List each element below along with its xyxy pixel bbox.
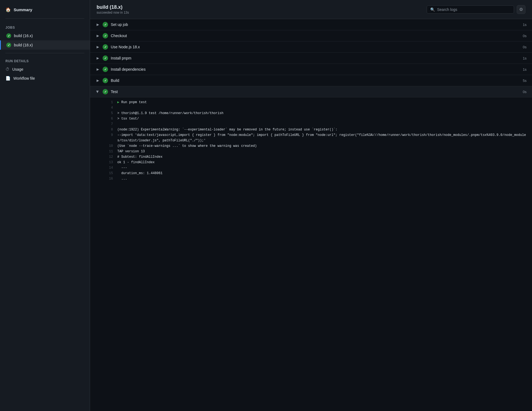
line-number: 5 — [106, 111, 113, 116]
line-number: 10 — [106, 143, 113, 149]
step-duration: 1s — [523, 23, 527, 27]
line-number: 9 — [106, 132, 113, 143]
line-number: 4 — [106, 105, 113, 111]
line-number: 12 — [106, 154, 113, 160]
step-success-icon — [103, 44, 108, 50]
line-number: 15 — [106, 171, 113, 176]
job-status: succeeded now in 13s — [97, 11, 129, 14]
line-content: ok 1 - findAllIndex — [117, 160, 527, 165]
step-duration: 0s — [523, 45, 527, 49]
step-duration: 1s — [523, 56, 527, 60]
search-box[interactable]: 🔍 — [427, 5, 514, 14]
log-line: 12 # Subtest: findAllIndex — [106, 154, 527, 160]
line-content: > thorish@1.1.9 test /home/runner/work/t… — [117, 111, 527, 116]
sidebar-item-build-16x[interactable]: build (16.x) — [0, 31, 90, 40]
sidebar: 🏠 Summary Jobs build (16.x) build (18.x)… — [0, 0, 90, 411]
line-number: 11 — [106, 149, 113, 154]
chevron-icon: ▶ — [95, 34, 100, 38]
step-name: Set up job — [111, 22, 520, 27]
chevron-icon: ▶ — [95, 67, 100, 71]
step-name: Install dependencies — [111, 67, 520, 72]
line-number: 7 — [106, 121, 113, 127]
step-success-icon — [103, 78, 108, 83]
line-content: # Subtest: findAllIndex — [117, 154, 527, 160]
step-set-up-job[interactable]: ▶ Set up job 1s — [90, 19, 532, 30]
step-name: Use Node.js 18.x — [111, 45, 520, 49]
step-install-pnpm[interactable]: ▶ Install pnpm 1s — [90, 53, 532, 64]
log-line: 4 — [106, 105, 527, 111]
chevron-icon: ▶ — [96, 90, 100, 94]
line-number: 6 — [106, 116, 113, 121]
line-content — [117, 105, 527, 111]
line-content: > tsx test/ — [117, 116, 527, 121]
step-duration: 5s — [523, 79, 527, 83]
sidebar-workflow-file-link[interactable]: 📄 Workflow file — [0, 74, 90, 83]
log-line: 13 ok 1 - findAllIndex — [106, 160, 527, 165]
step-duration: 0s — [523, 90, 527, 94]
job-16x-label: build (16.x) — [14, 34, 33, 38]
jobs-section-title: Jobs — [0, 22, 90, 31]
line-number: 8 — [106, 127, 113, 132]
step-build[interactable]: ▶ Build 5s — [90, 75, 532, 86]
step-name: Test — [111, 90, 520, 94]
chevron-icon: ▶ — [95, 23, 100, 26]
step-use-nodejs[interactable]: ▶ Use Node.js 18.x 0s — [90, 41, 532, 53]
usage-label: Usage — [12, 67, 23, 72]
workflow-file-label: Workflow file — [13, 76, 35, 81]
step-success-icon — [103, 89, 108, 94]
step-checkout[interactable]: ▶ Checkout 0s — [90, 30, 532, 41]
log-output: 1 ▶ Run pnpm test 4 5 > thorish@1.1.9 te… — [90, 97, 532, 184]
sidebar-summary-label: Summary — [14, 7, 32, 12]
sidebar-summary-link[interactable]: 🏠 Summary — [0, 4, 90, 15]
log-line: 14 --- — [106, 165, 527, 171]
step-success-icon — [103, 67, 108, 72]
log-line: 8 (node:1922) ExperimentalWarning: `--ex… — [106, 127, 527, 132]
chevron-icon: ▶ — [95, 56, 100, 60]
settings-button[interactable]: ⚙ — [517, 5, 525, 14]
main-content: build (18.x) succeeded now in 13s 🔍 ⚙ ▶ … — [90, 0, 532, 411]
line-content: --import 'data:text/javascript,import { … — [117, 132, 527, 143]
line-number: 13 — [106, 160, 113, 165]
line-content — [117, 121, 527, 127]
line-content: ▶ Run pnpm test — [117, 100, 527, 105]
search-icon: 🔍 — [430, 7, 435, 12]
line-content: (node:1922) ExperimentalWarning: `--expe… — [117, 127, 527, 132]
step-duration: 0s — [523, 34, 527, 38]
sidebar-divider-2 — [5, 53, 84, 53]
gear-icon: ⚙ — [519, 7, 523, 12]
job-success-icon — [6, 33, 11, 38]
sidebar-item-build-18x[interactable]: build (18.x) — [0, 40, 90, 50]
step-success-icon — [103, 55, 108, 61]
chevron-icon: ▶ — [95, 45, 100, 49]
log-line: 6 > tsx test/ — [106, 116, 527, 121]
log-line: 7 — [106, 121, 527, 127]
run-details-title: Run details — [0, 56, 90, 65]
step-name: Build — [111, 78, 520, 83]
line-content: (Use `node --trace-warnings ...` to show… — [117, 143, 527, 149]
line-number: 1 — [106, 100, 113, 105]
log-line: 16 ... — [106, 176, 527, 181]
step-success-icon — [103, 33, 108, 38]
log-line: 1 ▶ Run pnpm test — [106, 100, 527, 105]
log-line: 10 (Use `node --trace-warnings ...` to s… — [106, 143, 527, 149]
job-18x-label: build (18.x) — [14, 43, 33, 47]
search-input[interactable] — [437, 7, 510, 12]
step-install-deps[interactable]: ▶ Install dependencies 1s — [90, 64, 532, 75]
sidebar-usage-link[interactable]: ⏱ Usage — [0, 65, 90, 74]
page-title: build (18.x) — [97, 4, 129, 10]
step-name: Checkout — [111, 34, 520, 38]
step-success-icon — [103, 22, 108, 27]
log-line: 9 --import 'data:text/javascript,import … — [106, 132, 527, 143]
workflow-file-icon: 📄 — [5, 76, 11, 81]
step-duration: 1s — [523, 67, 527, 72]
line-content: TAP version 13 — [117, 149, 527, 154]
line-content: ... — [117, 176, 527, 181]
header-info: build (18.x) succeeded now in 13s — [97, 4, 129, 14]
step-test[interactable]: ▶ Test 0s — [90, 86, 532, 97]
line-content: --- — [117, 165, 527, 171]
line-content: duration_ms: 1.448061 — [117, 171, 527, 176]
log-line: 5 > thorish@1.1.9 test /home/runner/work… — [106, 111, 527, 116]
chevron-icon: ▶ — [95, 79, 100, 82]
job-success-icon — [6, 43, 11, 47]
sidebar-divider — [5, 18, 84, 19]
